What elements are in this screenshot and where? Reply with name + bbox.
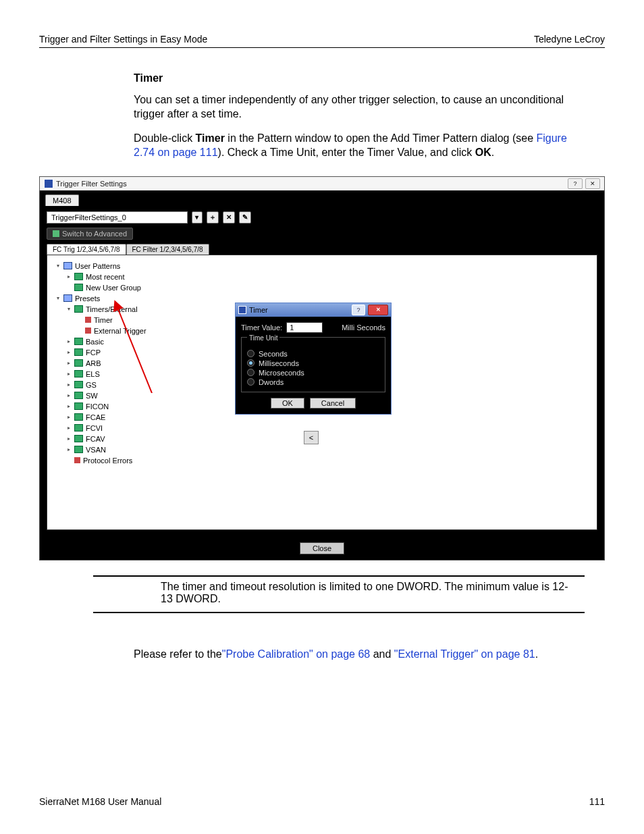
help-icon[interactable]: ? xyxy=(568,178,583,189)
section-heading: Timer xyxy=(134,71,585,86)
folder-icon xyxy=(74,284,83,291)
note-callout: The timer and timeout resolution is limi… xyxy=(93,575,585,613)
folder-icon xyxy=(74,392,83,399)
tree-vsan[interactable]: ▸VSAN xyxy=(66,444,591,455)
close-icon[interactable]: ✕ xyxy=(585,178,600,189)
radio-seconds[interactable]: Seconds xyxy=(247,350,379,358)
timer-value-label: Timer Value: xyxy=(241,323,282,332)
app-icon xyxy=(44,179,53,188)
edit-icon[interactable]: ✎ xyxy=(239,211,251,224)
leaf-icon xyxy=(74,457,80,463)
leaf-icon xyxy=(85,317,91,323)
para-2: Double-click Timer in the Pattern window… xyxy=(134,131,585,160)
subtab-fc-trig[interactable]: FC Trig 1/2,3/4,5/6,7/8 xyxy=(47,244,126,255)
folder-icon xyxy=(74,381,83,388)
tree-new-user-group[interactable]: New User Group xyxy=(66,282,591,293)
dialog-title: Timer xyxy=(249,306,268,314)
tab-device[interactable]: M408 xyxy=(45,194,79,206)
time-unit-group-label: Time Unit xyxy=(247,334,279,342)
timer-value-input[interactable]: 1 xyxy=(286,322,323,333)
collapse-chevron-icon[interactable]: < xyxy=(304,431,319,444)
footer-doc-title: SierraNet M168 User Manual xyxy=(39,796,161,807)
folder-icon xyxy=(74,424,83,432)
para-1: You can set a timer independently of any… xyxy=(134,93,585,122)
timer-dialog: Timer ? ✕ Timer Value: 1 Milli Sec xyxy=(235,303,392,415)
tree-fcav[interactable]: ▸FCAV xyxy=(66,434,591,444)
running-header-right: Teledyne LeCroy xyxy=(534,34,605,45)
ok-button[interactable]: OK xyxy=(271,398,304,409)
settings-name-field[interactable]: TriggerFilterSettings_0 xyxy=(47,211,188,224)
tree-most-recent[interactable]: ▸Most recent xyxy=(66,271,591,282)
tree-fcvi[interactable]: ▸FCVI xyxy=(66,423,591,434)
cancel-button[interactable]: Cancel xyxy=(310,398,356,409)
leaf-icon xyxy=(85,328,91,334)
window-title: Trigger Filter Settings xyxy=(56,180,127,188)
folder-icon xyxy=(74,413,83,421)
add-icon[interactable]: ＋ xyxy=(207,211,219,224)
running-header-left: Trigger and Filter Settings in Easy Mode xyxy=(39,34,207,45)
radio-milliseconds[interactable]: Milliseconds xyxy=(247,359,379,367)
radio-microseconds[interactable]: Microseconds xyxy=(247,369,379,377)
dialog-icon xyxy=(238,306,246,314)
folder-icon xyxy=(74,359,83,367)
folder-icon xyxy=(74,446,83,453)
dialog-help-button[interactable]: ? xyxy=(352,305,365,315)
delete-icon[interactable]: ✕ xyxy=(223,211,235,224)
footer-page-number: 111 xyxy=(589,796,605,807)
folder-icon xyxy=(74,273,83,280)
tree-user-patterns[interactable]: ▾User Patterns xyxy=(55,261,591,271)
radio-dwords[interactable]: Dwords xyxy=(247,378,379,386)
see-also: Please refer to the"Probe Calibration" o… xyxy=(134,647,585,662)
probe-calibration-link[interactable]: "Probe Calibration" on page 68 xyxy=(222,648,371,660)
folder-icon xyxy=(74,370,83,377)
root-icon xyxy=(63,262,72,269)
root-icon xyxy=(63,294,72,302)
tree-protocol-errors[interactable]: Protocol Errors xyxy=(66,455,591,466)
switch-to-advanced-button[interactable]: Switch to Advanced xyxy=(47,228,133,240)
folder-icon xyxy=(74,338,83,345)
folder-icon xyxy=(74,305,83,313)
folder-icon xyxy=(74,348,83,356)
mode-icon xyxy=(53,230,59,237)
folder-icon xyxy=(74,402,83,410)
figure-screenshot: Trigger Filter Settings ? ✕ M408 Trigger… xyxy=(39,176,605,561)
close-window-button[interactable]: Close xyxy=(300,542,344,554)
subtab-fc-filter[interactable]: FC Filter 1/2,3/4,5/6,7/8 xyxy=(126,244,209,255)
dialog-close-button[interactable]: ✕ xyxy=(368,305,388,315)
dropdown-icon[interactable]: ▾ xyxy=(192,211,203,224)
external-trigger-link[interactable]: "External Trigger" on page 81 xyxy=(394,648,535,660)
timer-unit-suffix: Milli Seconds xyxy=(342,323,385,332)
folder-icon xyxy=(74,435,83,442)
